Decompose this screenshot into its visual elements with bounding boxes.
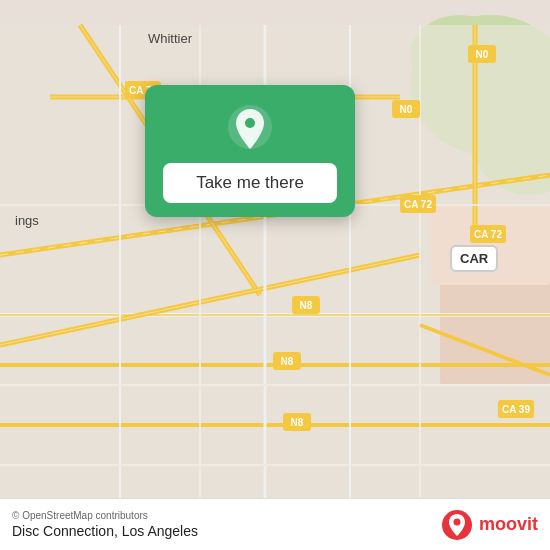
svg-text:N8: N8 (281, 356, 294, 367)
location-pin-icon (226, 103, 274, 151)
moovit-text: moovit (479, 514, 538, 535)
svg-text:CA 72: CA 72 (404, 199, 432, 210)
car-badge-label: CAR (460, 251, 488, 266)
moovit-logo: moovit (441, 509, 538, 541)
svg-text:N0: N0 (400, 104, 413, 115)
svg-point-51 (245, 118, 255, 128)
svg-text:N8: N8 (291, 417, 304, 428)
car-badge[interactable]: CAR (450, 245, 498, 272)
map-svg: CA 72 CA 72 CA 72 N0 N0 N8 N8 N8 CA 39 W… (0, 0, 550, 550)
svg-text:N8: N8 (300, 300, 313, 311)
svg-text:CA 72: CA 72 (474, 229, 502, 240)
osm-credit: © OpenStreetMap contributors (12, 510, 198, 521)
svg-text:Whittier: Whittier (148, 31, 193, 46)
svg-text:N0: N0 (476, 49, 489, 60)
moovit-brand-icon (441, 509, 473, 541)
svg-text:ings: ings (15, 213, 39, 228)
svg-point-53 (453, 518, 460, 525)
bottom-left-info: © OpenStreetMap contributors Disc Connec… (12, 510, 198, 539)
svg-text:CA 39: CA 39 (502, 404, 530, 415)
popup-card: Take me there (145, 85, 355, 217)
bottom-bar: © OpenStreetMap contributors Disc Connec… (0, 498, 550, 550)
take-me-there-button[interactable]: Take me there (163, 163, 337, 203)
location-name: Disc Connection, Los Angeles (12, 523, 198, 539)
map-container: CA 72 CA 72 CA 72 N0 N0 N8 N8 N8 CA 39 W… (0, 0, 550, 550)
